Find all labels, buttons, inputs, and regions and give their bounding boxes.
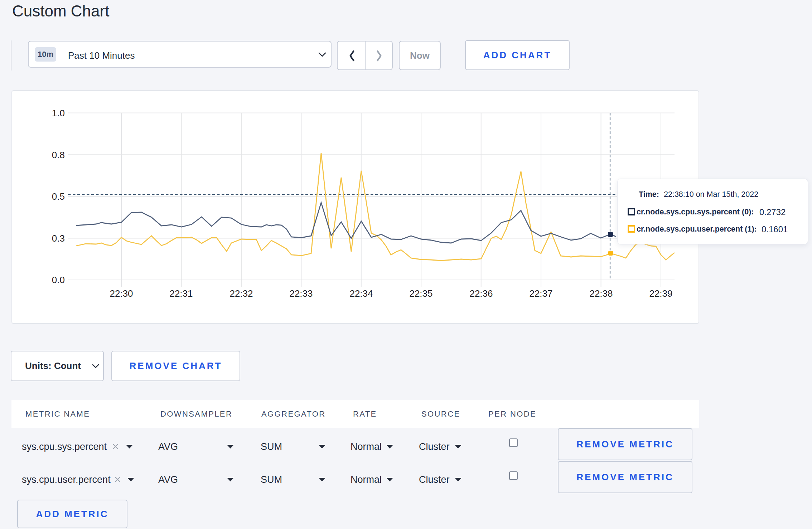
svg-text:22:39: 22:39 [649, 288, 672, 299]
svg-text:22:37: 22:37 [529, 288, 552, 299]
svg-text:1.0: 1.0 [52, 108, 65, 118]
svg-text:22:36: 22:36 [469, 288, 493, 299]
svg-text:22:33: 22:33 [289, 288, 313, 299]
svg-text:22:38: 22:38 [589, 288, 613, 299]
svg-text:22:32: 22:32 [229, 288, 253, 299]
svg-text:22:34: 22:34 [349, 288, 373, 299]
svg-text:22:30: 22:30 [110, 288, 133, 299]
svg-text:0.3: 0.3 [52, 233, 65, 244]
svg-text:0.5: 0.5 [52, 191, 65, 202]
svg-text:0.8: 0.8 [52, 150, 65, 160]
svg-text:22:31: 22:31 [169, 288, 193, 299]
svg-text:0.0: 0.0 [52, 275, 65, 285]
svg-text:22:35: 22:35 [409, 288, 432, 299]
